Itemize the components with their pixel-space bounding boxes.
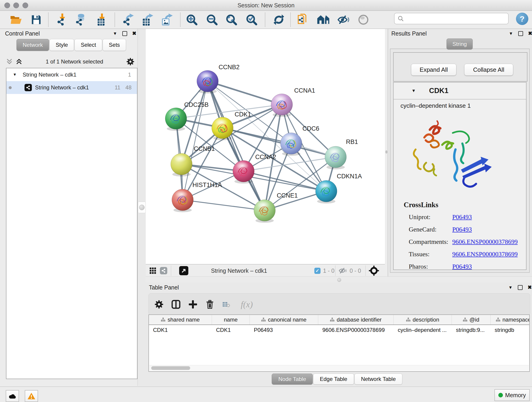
cloud-button[interactable] [6, 390, 19, 402]
search-input[interactable] [406, 15, 508, 22]
open-session-button[interactable] [10, 13, 22, 26]
close-panel-icon[interactable]: ✖ [526, 284, 532, 291]
node-RB1[interactable]: RB1 [325, 138, 358, 169]
memory-status-dot [498, 393, 503, 397]
expand-all-button[interactable]: Expand All [411, 64, 456, 76]
node-CDKN1A[interactable]: CDKN1A [316, 173, 362, 204]
memory-button[interactable]: Memory [494, 389, 530, 401]
network-view[interactable]: CCNB2CCNA1CDC25BCDK1CDC6RB1CCNB1CCNA2CDK… [146, 29, 385, 264]
collapse-panel-icon[interactable]: ▾ [507, 284, 514, 291]
export-table-button[interactable] [141, 13, 154, 26]
save-session-button[interactable] [30, 13, 43, 26]
network-row-selected[interactable]: String Network – cdk1 11 48 [6, 81, 137, 94]
crosslink-link[interactable]: P06493 [452, 213, 472, 221]
scrollbar-thumb[interactable] [151, 366, 190, 370]
import-network-button[interactable] [56, 13, 69, 26]
table-row[interactable]: CDK1CDK1P064939606.ENSP00000378699cyclin… [149, 325, 529, 335]
tab-select[interactable]: Select [75, 39, 102, 51]
grid-view-icon[interactable] [149, 264, 156, 277]
column-header-shared-name[interactable]: shared name [149, 315, 212, 325]
expand-all-icon[interactable] [16, 58, 22, 65]
table-h-scrollbar[interactable] [149, 365, 529, 371]
export-image-button[interactable] [161, 13, 174, 26]
hidden-eye-icon[interactable] [339, 264, 347, 277]
node-HIST1H1A[interactable]: HIST1H1A [172, 182, 222, 212]
export-network-button[interactable] [122, 13, 135, 26]
crosslink-label: Pharos: [409, 263, 452, 270]
warning-button[interactable] [25, 390, 38, 402]
crosslink-link[interactable]: P06493 [452, 226, 472, 233]
column-header-canonical-name[interactable]: canonical name [250, 315, 318, 325]
gear-icon[interactable] [127, 58, 134, 65]
node-CCNA1[interactable]: CCNA1 [271, 87, 315, 117]
collapse-panel-icon[interactable]: ▾ [112, 30, 118, 37]
close-panel-icon[interactable]: ✖ [131, 30, 138, 37]
right-splitter[interactable] [385, 29, 388, 276]
current-network-dot [9, 86, 12, 89]
crosslink-link[interactable]: 9606.ENSP00000378699 [452, 238, 518, 245]
import-table-button[interactable] [95, 13, 108, 26]
edge-CCNB2-CCNA1[interactable] [208, 81, 282, 104]
show-columns-icon[interactable] [170, 299, 182, 310]
node-label-HIST1H1A: HIST1H1A [192, 182, 222, 188]
tab-style[interactable]: Style [50, 39, 74, 51]
delete-column-trash-icon[interactable] [204, 299, 215, 310]
left-splitter[interactable] [138, 29, 146, 386]
zoom-out-button[interactable] [206, 13, 218, 26]
node-label-CDC6: CDC6 [302, 125, 319, 132]
node-label-CCNA1: CCNA1 [294, 87, 315, 94]
search-field[interactable] [394, 13, 509, 24]
crosslink-link[interactable]: 9606.ENSP00000378699 [452, 250, 518, 258]
horizontal-splitter[interactable] [146, 276, 532, 283]
node-table[interactable]: shared namenamecanonical namedatabase id… [148, 314, 530, 372]
node-CDC25B[interactable]: CDC25B [165, 101, 209, 131]
table-body: CDK1CDK1P064939606.ENSP00000378699cyclin… [149, 325, 529, 335]
fit-content-crosshair-icon[interactable] [369, 264, 379, 277]
tab-node-table[interactable]: Node Table [272, 374, 313, 385]
node-label-CCNA2: CCNA2 [255, 153, 276, 160]
float-panel-icon[interactable] [517, 30, 524, 37]
help-button[interactable]: ? [516, 13, 528, 25]
tab-network[interactable]: Network [17, 39, 49, 51]
import-database-button[interactable] [74, 13, 87, 26]
selected-checkbox[interactable]: ✓ [314, 264, 321, 277]
splitter-handle[interactable] [138, 202, 146, 213]
column-header-description[interactable]: description [394, 315, 452, 325]
float-panel-icon[interactable] [121, 30, 128, 37]
table-settings-gear-icon[interactable] [153, 299, 165, 310]
tab-string[interactable]: String [447, 38, 473, 50]
show-all-button[interactable] [357, 13, 370, 26]
collapse-all-icon[interactable] [6, 58, 13, 65]
edge-HIST1H1A-CCNE1[interactable] [183, 200, 265, 211]
gene-expand-icon[interactable]: ▼ [412, 88, 416, 93]
column-header-namespace[interactable]: namespace [491, 315, 530, 325]
birdseye-homes-button[interactable] [317, 13, 330, 26]
column-header-name[interactable]: name [212, 315, 250, 325]
crosslink-link[interactable]: P06493 [452, 263, 472, 270]
tab-edge-table[interactable]: Edge Table [313, 374, 354, 385]
zoom-fit-button[interactable] [225, 13, 238, 26]
zoom-in-button[interactable] [185, 13, 198, 26]
edge-CCNB2-CCNE1[interactable] [208, 81, 265, 211]
table-cell: cyclin–dependent ... [394, 325, 452, 335]
network-collection-row[interactable]: ▼ String Network – cdk1 1 [6, 68, 137, 81]
share-view-icon[interactable] [160, 264, 167, 277]
zoom-selected-button[interactable] [245, 13, 258, 26]
collapse-all-button[interactable]: Collapse All [464, 64, 513, 76]
hide-selected-button[interactable] [337, 13, 350, 26]
gene-header[interactable]: ▼ CDK1 [394, 83, 526, 99]
refresh-button[interactable] [272, 13, 285, 26]
tree-expand-icon[interactable]: ▼ [13, 72, 17, 77]
collapse-panel-icon[interactable]: ▾ [508, 30, 514, 37]
clone-network-button[interactable] [297, 13, 309, 26]
table-tabs: Node TableEdge TableNetwork Table [272, 374, 403, 384]
splitter-dot[interactable] [337, 278, 341, 282]
birdseye-toggle-button[interactable] [179, 264, 188, 277]
column-header-@id[interactable]: @id [452, 315, 491, 325]
close-panel-icon[interactable]: ✖ [527, 30, 532, 37]
tab-network-table[interactable]: Network Table [355, 374, 403, 385]
column-header-database-identifier[interactable]: database identifier [318, 315, 394, 325]
float-panel-icon[interactable] [517, 284, 523, 291]
add-column-icon[interactable] [187, 299, 199, 310]
tab-sets[interactable]: Sets [103, 39, 126, 51]
